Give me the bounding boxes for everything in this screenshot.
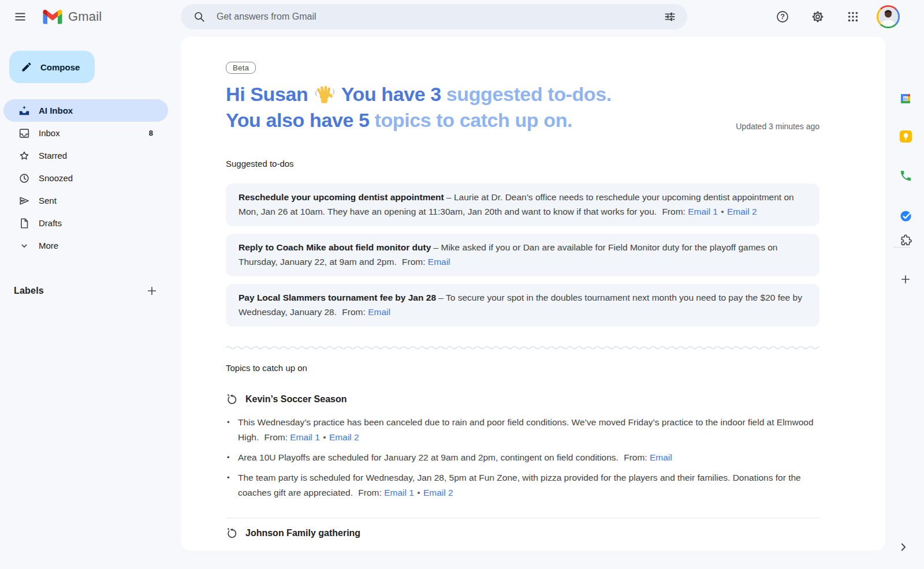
from-label: From: xyxy=(358,488,381,497)
email-link[interactable]: Email xyxy=(428,257,450,267)
sidebar-item-snoozed[interactable]: Snoozed xyxy=(3,167,168,189)
beta-badge: Beta xyxy=(226,62,256,74)
suggested-todos-header: Suggested to-dos xyxy=(226,159,819,169)
side-panel-chevron-right-icon[interactable] xyxy=(892,536,915,559)
calendar-icon[interactable]: 31 xyxy=(894,87,917,110)
greeting-text-light: suggested to-dos. xyxy=(446,83,612,105)
pencil-icon xyxy=(21,61,32,73)
topbar: Gmail ? xyxy=(0,0,924,33)
todo-title: Reschedule your upcoming dentist appoint… xyxy=(239,192,444,202)
sidebar-item-drafts[interactable]: Drafts xyxy=(3,212,168,234)
topic-johnson-family[interactable]: Johnson Family gathering xyxy=(226,527,819,539)
todo-card-tournament-fee[interactable]: Pay Local Slammers tournament fee by Jan… xyxy=(226,284,819,327)
sidebar-nav: AI Inbox Inbox 8 Starred xyxy=(0,99,181,257)
email-link[interactable]: Email 1 xyxy=(384,488,414,497)
todo-cards: Reschedule your upcoming dentist appoint… xyxy=(226,184,819,327)
account-avatar[interactable] xyxy=(877,5,900,28)
sidebar-item-starred[interactable]: Starred xyxy=(3,144,168,167)
search-input[interactable] xyxy=(211,11,658,23)
sidebar-item-label: More xyxy=(39,241,58,250)
google-apps-grid-icon[interactable] xyxy=(841,5,865,28)
sidebar-item-label: Starred xyxy=(39,151,67,160)
voice-phone-icon[interactable] xyxy=(894,164,917,187)
search-icon[interactable] xyxy=(188,5,211,28)
star-icon xyxy=(17,149,31,162)
extensions-puzzle-icon[interactable] xyxy=(894,229,917,252)
gmail-m-icon xyxy=(42,9,63,25)
email-link[interactable]: Email 1 xyxy=(290,432,320,442)
tasks-icon[interactable] xyxy=(894,204,917,227)
search-bar[interactable] xyxy=(181,4,687,29)
from-label: From: xyxy=(342,307,365,317)
topic-divider xyxy=(226,518,819,518)
hamburger-menu-icon[interactable] xyxy=(9,5,32,28)
link-separator: • xyxy=(721,207,724,216)
sidebar-item-more[interactable]: More xyxy=(3,234,168,257)
email-link[interactable]: Email xyxy=(368,307,390,317)
topic-kevins-soccer[interactable]: Kevin’s Soccer Season xyxy=(226,393,819,405)
sidebar-item-label: Snoozed xyxy=(39,173,73,183)
sidebar-item-label: Drafts xyxy=(39,218,62,228)
chevron-down-icon xyxy=(17,240,31,252)
link-separator: • xyxy=(417,488,420,497)
clock-icon xyxy=(17,172,31,185)
todo-title: Pay Local Slammers tournament fee by Jan… xyxy=(239,293,436,302)
email-link[interactable]: Email 2 xyxy=(423,488,453,497)
topic-bullet: • Area 10U Playoffs are scheduled for Ja… xyxy=(226,450,819,465)
keep-notes-icon[interactable] xyxy=(894,125,917,148)
email-link[interactable]: Email 1 xyxy=(688,207,718,216)
gmail-logo[interactable]: Gmail xyxy=(42,9,102,25)
sidebar-item-ai-inbox[interactable]: AI Inbox xyxy=(3,99,168,122)
ai-inbox-panel: Beta Hi Susan You have 3 suggested t xyxy=(181,37,885,551)
create-label-plus-icon[interactable] xyxy=(144,283,160,299)
avatar-photo xyxy=(878,7,898,27)
right-side-rail: 31 xyxy=(885,37,924,551)
labels-title: Labels xyxy=(14,286,44,296)
catchup-header: Topics to catch up on xyxy=(226,363,819,373)
labels-section-header: Labels xyxy=(0,283,181,299)
gmail-wordmark: Gmail xyxy=(68,9,102,24)
email-link[interactable]: Email 2 xyxy=(329,432,359,442)
email-link[interactable]: Email xyxy=(650,452,672,462)
from-label: From: xyxy=(624,452,647,462)
greeting-text: You also have 5 xyxy=(226,109,369,131)
waving-hand-emoji xyxy=(314,84,335,104)
link-separator: • xyxy=(323,432,326,442)
sidebar-item-label: Sent xyxy=(39,196,57,205)
get-add-ons-plus-icon[interactable] xyxy=(894,268,917,291)
topic-cycle-icon xyxy=(226,393,238,405)
sidebar-item-label: Inbox xyxy=(39,128,60,138)
sidebar-item-label: AI Inbox xyxy=(39,106,73,115)
left-sidebar: Compose AI Inbox Inbox 8 xyxy=(0,33,181,299)
ai-inbox-icon xyxy=(17,104,31,117)
bullet-text: Area 10U Playoffs are scheduled for Janu… xyxy=(238,452,619,462)
bullet-text: The team party is scheduled for Wednesda… xyxy=(238,473,801,497)
greeting-text: You have 3 xyxy=(341,83,441,105)
topic-bullet: • The team party is scheduled for Wednes… xyxy=(226,470,819,500)
topic-title: Kevin’s Soccer Season xyxy=(245,394,347,405)
todo-card-coach-mike[interactable]: Reply to Coach Mike about field monitor … xyxy=(226,234,819,276)
settings-gear-icon[interactable] xyxy=(806,5,829,28)
svg-text:31: 31 xyxy=(903,96,908,102)
from-label: From: xyxy=(662,207,685,216)
topic-title: Johnson Family gathering xyxy=(245,528,360,538)
help-icon[interactable]: ? xyxy=(771,5,794,28)
compose-button[interactable]: Compose xyxy=(9,51,95,83)
updated-timestamp: Updated 3 minutes ago xyxy=(736,122,819,131)
todo-card-dentist[interactable]: Reschedule your upcoming dentist appoint… xyxy=(226,184,819,226)
search-filters-icon[interactable] xyxy=(658,5,681,28)
greeting-text: Hi Susan xyxy=(226,83,308,105)
greeting-text-light: topics to catch up on. xyxy=(375,109,573,131)
email-link[interactable]: Email 2 xyxy=(727,207,757,216)
inbox-icon xyxy=(17,127,31,140)
sidebar-item-inbox[interactable]: Inbox 8 xyxy=(3,122,168,144)
from-label: From: xyxy=(402,257,425,267)
bullet-marker: • xyxy=(226,415,238,445)
bullet-marker: • xyxy=(226,470,238,500)
from-label: From: xyxy=(264,432,288,442)
sidebar-item-sent[interactable]: Sent xyxy=(3,189,168,212)
todo-title: Reply to Coach Mike about field monitor … xyxy=(239,242,431,252)
topic-bullets: • This Wednesday’s practice has been can… xyxy=(226,415,819,500)
topic-bullet: • This Wednesday’s practice has been can… xyxy=(226,415,819,445)
bullet-marker: • xyxy=(226,450,238,465)
